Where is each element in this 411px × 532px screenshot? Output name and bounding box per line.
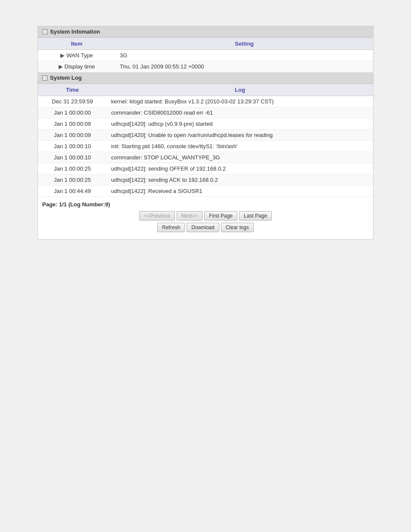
page-info: Page: 1/1 (Log Number:9) [42,201,369,208]
log-message: udhcpd[1422]: Received a SIGUSR1 [107,186,373,197]
log-time: Jan 1 00:00:10 [38,152,107,163]
row-value: Thu, 01 Jan 2009 00:55:12 +0000 [115,61,373,72]
log-message: udhcpd[1420]: Unable to open /var/run/ud… [107,130,373,141]
log-row: Jan 1 00:00:09 udhcpd[1420]: Unable to o… [38,130,373,141]
row-label: ▶Display time [38,61,115,72]
log-row: Jan 1 00:00:25 udhcpd[1422]: sending ACK… [38,174,373,186]
log-message: commander: STOP LOCAL_WANTYPE_3G [107,152,373,163]
system-info-header: □ System Infomation [38,26,373,37]
log-message: commander: CSID80012000 read err -61 [107,107,373,118]
log-time: Dec 31 23:59:59 [38,96,107,107]
log-row: Jan 1 00:00:10 init: Starting pid 1460, … [38,141,373,152]
log-time: Jan 1 00:00:25 [38,163,107,174]
download-button[interactable]: Download [187,223,219,232]
col-setting: Setting [115,38,373,50]
row-label: ▶WAN Type [38,50,115,61]
log-row: Jan 1 00:00:00 commander: CSID80012000 r… [38,107,373,118]
system-log-title: System Log [50,75,82,81]
refresh-button[interactable]: Refresh [157,223,185,232]
log-row: Jan 1 00:44:49 udhcpd[1422]: Received a … [38,186,373,197]
col-item: Item [38,38,115,50]
nav-row: <<Previous Next>> First Page Last Page [139,211,272,221]
log-message: init: Starting pid 1460, console /dev/tt… [107,141,373,152]
log-time: Jan 1 00:00:09 [38,130,107,141]
log-message: udhcpd[1420]: udhcp (v0.9.9-pre) started [107,118,373,130]
action-row: Refresh Download Clear logs [157,223,253,232]
col-time: Time [38,84,107,96]
pagination-area: Page: 1/1 (Log Number:9) <<Previous Next… [38,197,373,239]
table-row: ▶WAN Type 3G [38,50,373,61]
log-row: Jan 1 00:00:25 udhcpd[1422]: sending OFF… [38,163,373,174]
col-log: Log [107,84,373,96]
row-value: 3G [115,50,373,61]
main-container: □ System Infomation Item Setting ▶WAN Ty… [37,26,374,240]
log-row: Jan 1 00:00:10 commander: STOP LOCAL_WAN… [38,152,373,163]
log-message: udhcpd[1422]: sending ACK to 192.168.0.2 [107,174,373,186]
system-info-table: Item Setting ▶WAN Type 3G ▶Display time … [38,37,373,72]
next-button[interactable]: Next>> [177,211,203,221]
system-info-title: System Infomation [50,28,100,35]
last-page-button[interactable]: Last Page [239,211,272,221]
clear-logs-button[interactable]: Clear logs [221,223,254,232]
log-row: Dec 31 23:59:59 kernel: klogd started: B… [38,96,373,107]
log-time: Jan 1 00:00:00 [38,107,107,118]
log-row: Jan 1 00:00:09 udhcpd[1420]: udhcp (v0.9… [38,118,373,130]
pagination-buttons: <<Previous Next>> First Page Last Page R… [42,211,369,232]
log-time: Jan 1 00:44:49 [38,186,107,197]
section-log-icon: □ [42,75,47,81]
log-time: Jan 1 00:00:25 [38,174,107,186]
previous-button[interactable]: <<Previous [139,211,175,221]
system-log-header: □ System Log [38,72,373,84]
system-log-table: Time Log Dec 31 23:59:59 kernel: klogd s… [38,84,373,197]
section-icon: □ [42,29,47,34]
log-time: Jan 1 00:00:09 [38,118,107,130]
table-row: ▶Display time Thu, 01 Jan 2009 00:55:12 … [38,61,373,72]
first-page-button[interactable]: First Page [204,211,237,221]
log-message: udhcpd[1422]: sending OFFER of 192.168.0… [107,163,373,174]
log-message: kernel: klogd started: BusyBox v1.3.2 (2… [107,96,373,107]
log-time: Jan 1 00:00:10 [38,141,107,152]
